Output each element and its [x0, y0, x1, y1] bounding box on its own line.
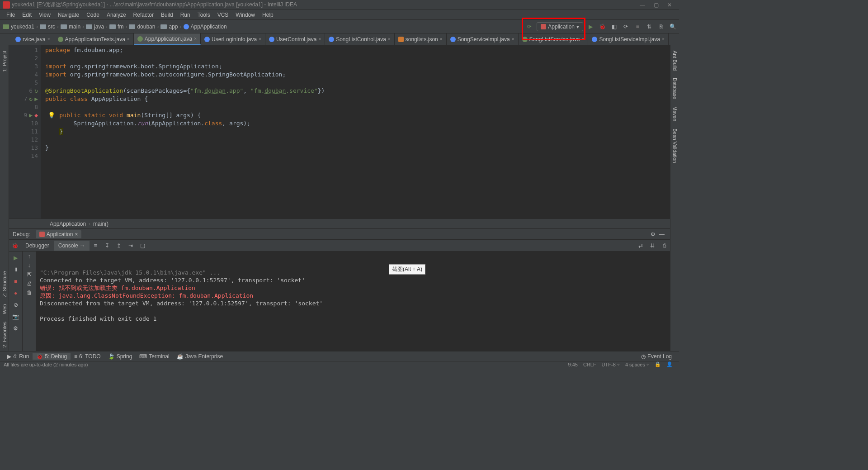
menu-code[interactable]: Code	[83, 11, 103, 19]
editor-tab[interactable]: SongListService.java×	[519, 33, 589, 45]
toolwindow-debug[interactable]: 🐞 5: Debug	[33, 353, 71, 360]
menu-window[interactable]: Window	[232, 11, 259, 19]
crumb-method[interactable]: main()	[93, 221, 108, 227]
run-to-cursor-icon[interactable]: ⇥	[125, 242, 137, 249]
close-icon[interactable]: ×	[318, 37, 321, 42]
export-icon[interactable]: ⇱	[27, 271, 32, 278]
menu-view[interactable]: View	[35, 11, 54, 19]
close-icon[interactable]: ×	[127, 37, 130, 42]
file-encoding[interactable]: UTF-8 ÷	[599, 362, 623, 367]
menu-vcs[interactable]: VCS	[214, 11, 232, 19]
soft-wrap-icon[interactable]: ⇄	[635, 242, 646, 249]
menu-file[interactable]: File	[3, 11, 19, 19]
down-icon[interactable]: ↓	[28, 262, 31, 269]
debug-settings-icon[interactable]: ⚙	[648, 231, 657, 237]
resume-icon[interactable]: ▶	[11, 253, 20, 262]
indent-setting[interactable]: 4 spaces ÷	[623, 362, 652, 367]
toolwindow-terminal[interactable]: ⌨ Terminal	[136, 353, 173, 360]
toolwindow-bean-validation[interactable]: Bean Validation	[672, 128, 678, 163]
menu-navigate[interactable]: Navigate	[54, 11, 83, 19]
caret-position[interactable]: 9:45	[565, 362, 580, 367]
settings-icon[interactable]: ⚙	[11, 324, 20, 333]
toolwindow-eventlog[interactable]: ◷ Event Log	[637, 353, 675, 360]
stop-icon[interactable]: ■	[11, 277, 20, 286]
breadcrumb-item[interactable]: youkeda1	[2, 24, 35, 30]
menu-build[interactable]: Build	[157, 11, 177, 19]
toolwindow-database[interactable]: Database	[672, 78, 678, 99]
console-output[interactable]: "C:\Program Files\Java\jdk-15.0.1\bin\ja…	[36, 252, 670, 351]
vcs-commit-icon[interactable]: ⎘	[656, 22, 665, 31]
print-console-icon[interactable]: 🖨	[27, 280, 32, 287]
run-button[interactable]: ▶	[586, 22, 595, 31]
step-into-icon[interactable]: ↧	[101, 242, 113, 249]
toolwindow-todo[interactable]: ≡ 6: TODO	[71, 353, 104, 360]
evaluate-icon[interactable]: ▢	[137, 242, 148, 249]
breadcrumb-item[interactable]: src	[39, 24, 56, 30]
editor-tab[interactable]: SongServiceImpl.java×	[447, 33, 519, 45]
breadcrumb-item[interactable]: douban	[128, 24, 156, 30]
breadcrumb-item[interactable]: app	[160, 24, 179, 30]
menu-analyze[interactable]: Analyze	[103, 11, 130, 19]
close-icon[interactable]: ×	[47, 37, 50, 42]
debug-button[interactable]: 🐞	[598, 22, 607, 31]
build-button[interactable]: ⟳	[525, 22, 534, 31]
lock-icon[interactable]: 🔒	[652, 361, 664, 367]
close-icon[interactable]: ×	[388, 37, 391, 42]
editor-tab[interactable]: AppApplication.java×	[134, 33, 201, 45]
close-icon[interactable]: ×	[512, 37, 514, 42]
editor-tab[interactable]: UserControl.java×	[265, 33, 325, 45]
step-over-icon[interactable]: ≡	[90, 242, 101, 249]
run-config-selector[interactable]: Application ▾	[537, 22, 583, 31]
close-icon[interactable]: ×	[259, 37, 261, 42]
debug-rerun-icon[interactable]: 🐞	[9, 242, 21, 249]
console-tab[interactable]: Console →	[54, 241, 90, 251]
intention-bulb-icon[interactable]: 💡	[48, 111, 55, 119]
profile-button[interactable]: ⟳	[621, 22, 630, 31]
mute-breakpoints-icon[interactable]: ⊘	[11, 300, 20, 309]
search-everywhere-icon[interactable]: 🔍	[668, 22, 677, 31]
close-icon[interactable]: ×	[75, 231, 78, 237]
close-icon[interactable]: ×	[582, 37, 585, 42]
toolwindow-project[interactable]: 1: Project	[2, 51, 7, 71]
close-button[interactable]: ✕	[663, 2, 676, 8]
editor-tab[interactable]: SongListControl.java×	[325, 33, 395, 45]
toolwindow-javaee[interactable]: ☕ Java Enterprise	[173, 353, 226, 360]
toolwindow-run[interactable]: ▶ 4: Run	[4, 353, 33, 360]
debug-session-tab[interactable]: Application ×	[36, 230, 82, 238]
step-out-icon[interactable]: ↥	[113, 242, 125, 249]
toolwindow-structure[interactable]: Z: Structure	[2, 271, 7, 297]
crumb-class[interactable]: AppApplication	[50, 221, 86, 227]
menu-edit[interactable]: Edit	[19, 11, 35, 19]
toolwindow-favorites[interactable]: 2: Favorites	[2, 322, 7, 347]
editor[interactable]: 123456↻7↻▶89▶◆1011121314 package fm.doub…	[9, 45, 670, 218]
breadcrumb-item[interactable]: main	[60, 24, 81, 30]
editor-tab[interactable]: UserLoginInfo.java×	[201, 33, 265, 45]
camera-icon[interactable]: 📷	[11, 312, 20, 321]
toolwindow-maven[interactable]: Maven	[672, 106, 678, 121]
menu-refactor[interactable]: Refactor	[130, 11, 157, 19]
toolwindow-web[interactable]: Web	[2, 304, 7, 314]
editor-content[interactable]: package fm.douban.app; import org.spring…	[41, 45, 670, 218]
clear-icon[interactable]: 🗑	[27, 290, 32, 296]
stop-button[interactable]: ■	[633, 22, 642, 31]
close-icon[interactable]: ×	[662, 37, 665, 42]
editor-tab[interactable]: rvice.java×	[12, 33, 54, 45]
maximize-button[interactable]: ▢	[649, 2, 663, 8]
toolwindow-ant[interactable]: Ant Build	[672, 51, 678, 71]
editor-tab[interactable]: SongListServiceImpl.java×	[588, 33, 669, 45]
breadcrumb-item[interactable]: fm	[108, 24, 124, 30]
scroll-end-icon[interactable]: ⇊	[646, 242, 658, 249]
coverage-button[interactable]: ◧	[609, 22, 618, 31]
line-separator[interactable]: CRLF	[580, 362, 599, 367]
hector-icon[interactable]: 👤	[664, 361, 675, 367]
print-icon[interactable]: ⎙	[658, 242, 670, 249]
minimize-button[interactable]: —	[636, 2, 649, 8]
pause-icon[interactable]: ⏸	[11, 265, 20, 274]
toolwindow-spring[interactable]: 🍃 Spring	[104, 353, 136, 360]
debug-minimize-icon[interactable]: —	[657, 231, 666, 237]
editor-tab[interactable]: AppApplicationTests.java×	[54, 33, 134, 45]
up-icon[interactable]: ↑	[28, 253, 31, 260]
close-icon[interactable]: ×	[440, 37, 443, 42]
menu-help[interactable]: Help	[259, 11, 277, 19]
menu-run[interactable]: Run	[177, 11, 194, 19]
